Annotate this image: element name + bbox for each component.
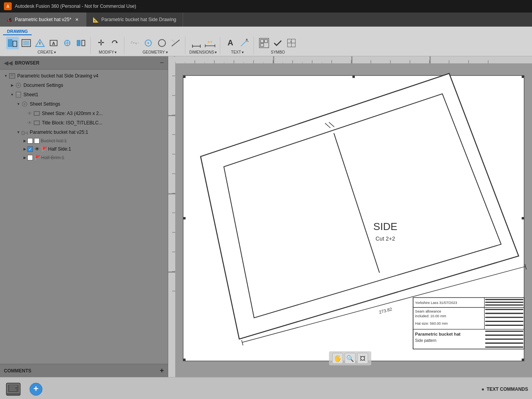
svg-point-18 [147, 42, 149, 44]
tree-icon-paramhat [21, 129, 28, 136]
text-icon-a[interactable]: A [224, 37, 237, 49]
tree-item-halfbrim[interactable]: ▶ 🚩 Half Brim:1 [0, 153, 168, 162]
geometry-group-label[interactable]: GEOMETRY ▾ [142, 50, 167, 54]
create-icon-6[interactable] [75, 37, 87, 49]
tab-icon-2: 📐 [93, 17, 99, 23]
dimensions-group-label[interactable]: DIMENSIONS ▾ [189, 50, 217, 54]
toolbar-group-dimensions: X Y DIMENSIONS ▾ [186, 37, 220, 54]
toolbar-group-create: A CREATE ▾ [3, 37, 91, 54]
bottom-toolbar: + ● TEXT COMMANDS [0, 377, 532, 399]
tree-item-sheetsize[interactable]: 👁 Sheet Size: A3 (420mm x 2... [0, 109, 168, 118]
geometry-icon-4[interactable] [169, 37, 182, 49]
modify-group-label[interactable]: MODIFY ▾ [99, 50, 117, 54]
svg-text:Hat size: 560.00 mm: Hat size: 560.00 mm [415, 322, 448, 325]
svg-rect-50 [34, 111, 40, 115]
svg-line-147 [364, 356, 365, 357]
svg-text:A: A [246, 38, 248, 41]
toolbar-tab-drawing[interactable]: DRAWING [3, 28, 32, 35]
svg-rect-108 [183, 217, 185, 219]
svg-text:Yorkshire Lass  31/07/2023: Yorkshire Lass 31/07/2023 [415, 301, 457, 305]
svg-rect-0 [8, 40, 12, 47]
sidebar-header-left: ◀◀ BROWSER [4, 60, 40, 66]
checkbox-halfside[interactable]: ✓ [27, 146, 33, 152]
svg-text:Cut 2+2: Cut 2+2 [376, 235, 395, 242]
text-group-label[interactable]: TEXT ▾ [231, 50, 244, 54]
dimensions-icon-1[interactable] [190, 37, 203, 49]
pan-tool-button[interactable]: 🖐 [332, 353, 343, 364]
tree-label-docsettings: Document Settings [23, 83, 63, 88]
tree-item-paramhat[interactable]: ▼ Parametric bucket hat v25:1 [0, 128, 168, 137]
tree-icon-sheetsize [33, 110, 40, 117]
create-icon-4[interactable]: A [47, 37, 60, 49]
checkbox-halfbrim[interactable] [27, 155, 33, 160]
checkbox2-buckethat[interactable] [34, 138, 40, 144]
bottom-icon-drawing[interactable] [4, 380, 23, 399]
tree-item-sheet1[interactable]: ▼ Sheet1 [0, 90, 168, 99]
svg-rect-12 [82, 40, 85, 46]
modify-icon-rotate[interactable] [108, 37, 121, 49]
tree-arrow-sheetsettings: ▼ [16, 101, 21, 107]
tree-arrow-sheet1: ▼ [9, 92, 15, 97]
tree-item-sheetsettings[interactable]: ▼ Sheet Settings [0, 99, 168, 109]
dimensions-icon-2[interactable]: X Y [204, 37, 216, 49]
svg-text:✛: ✛ [98, 38, 104, 47]
tree-item-titleblock[interactable]: 👁 Title Block: ISO_TITLEBLC... [0, 118, 168, 128]
add-tab-button[interactable]: + [27, 380, 45, 399]
svg-text:Parametric bucket hat: Parametric bucket hat [415, 332, 461, 336]
main-layout: ◀◀ BROWSER − ▼ Parametric bucket hat Sid… [0, 56, 532, 377]
toolbar-groups: A CREATE ▾ ✛ [3, 37, 529, 54]
symbols-icon-1[interactable] [258, 37, 270, 49]
svg-rect-149 [6, 383, 20, 395]
toolbar-group-geometry: GEOMETRY ▾ [125, 37, 185, 54]
svg-rect-33 [259, 38, 269, 48]
app-icon: A [4, 2, 12, 10]
svg-rect-52 [22, 131, 24, 135]
svg-text:+: + [34, 384, 39, 394]
geometry-icon-3[interactable] [156, 37, 168, 49]
svg-rect-36 [261, 43, 264, 47]
geometry-icon-1[interactable] [128, 37, 141, 49]
sidebar-collapse-icon[interactable]: ◀◀ [4, 60, 13, 66]
svg-rect-99 [168, 193, 175, 194]
sidebar-minus-icon[interactable]: − [160, 59, 164, 67]
svg-rect-11 [77, 40, 80, 46]
app-title: Autodesk Fusion 360 (Personal - Not for … [15, 4, 136, 9]
svg-rect-104 [183, 359, 185, 361]
modify-icon-move[interactable]: ✛ [95, 37, 107, 49]
text-icons: A A [224, 37, 250, 49]
geometry-icon-2[interactable] [142, 37, 155, 49]
toolbar: DRAWING A [0, 27, 532, 56]
tree-item-buckethat[interactable]: ▶ Bucket hat:1 [0, 137, 168, 145]
ruler-vertical [168, 56, 175, 377]
comments-add-icon[interactable]: + [160, 367, 164, 375]
tree-item-halfside[interactable]: ▶ ✓ 👁 🚩 Half Side:1 [0, 145, 168, 153]
zoom-fit-button[interactable] [357, 353, 368, 364]
tab-side-drawing[interactable]: 📐 Parametric bucket hat Side Drawing [86, 13, 183, 27]
tree-item-docsettings[interactable]: ▶ Document Settings [0, 81, 168, 90]
symbols-icon-check[interactable] [271, 37, 284, 49]
svg-rect-51 [34, 121, 40, 125]
text-icon-leader[interactable]: A [238, 37, 250, 49]
tab-close-1[interactable]: ✕ [74, 16, 80, 23]
svg-text:X Y: X Y [208, 41, 212, 44]
symbols-icon-grid[interactable]: .1 [285, 37, 298, 49]
create-icon-1[interactable] [6, 37, 19, 49]
zoom-in-button[interactable]: 🔍 [345, 353, 356, 364]
geometry-icons [128, 37, 182, 49]
svg-rect-103 [522, 75, 524, 78]
checkbox-buckethat[interactable] [27, 138, 33, 144]
flag-icon-halfside: 🚩 [41, 146, 47, 152]
svg-text:included: 10.00 mm: included: 10.00 mm [415, 314, 446, 318]
tree-arrow-titleblock [22, 120, 27, 126]
create-icon-3[interactable] [34, 37, 46, 49]
svg-rect-3 [23, 41, 29, 45]
modify-dropdown-arrow: ▾ [115, 50, 117, 54]
tab-drawing[interactable]: 🎩 Parametric bucket hat v25* ✕ [0, 13, 86, 27]
create-icon-5[interactable] [61, 37, 74, 49]
toolbar-group-symbols: .1 SYMBO [255, 37, 301, 54]
tree-arrow-buckethat: ▶ [22, 138, 27, 144]
tree-label-sheet1: Sheet1 [23, 92, 38, 97]
tree-item-root[interactable]: ▼ Parametric bucket hat Side Drawing v4 [0, 71, 168, 81]
create-icon-2[interactable] [20, 37, 32, 49]
create-group-label[interactable]: CREATE ▾ [38, 50, 56, 54]
